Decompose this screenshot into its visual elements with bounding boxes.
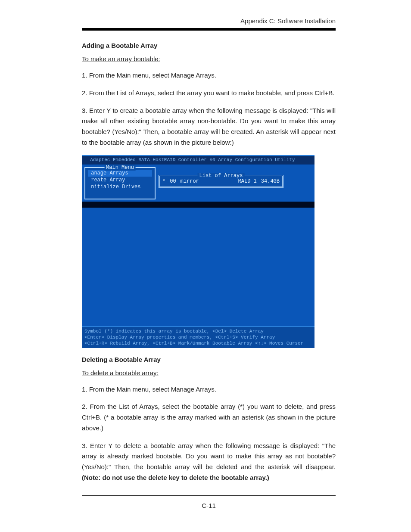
adding-step-2: 2. From the List of Arrays, select the a… bbox=[82, 88, 336, 99]
footer-rule bbox=[82, 495, 336, 496]
section-intro-adding: To make an array bootable: bbox=[82, 55, 336, 62]
bios-main-menu-title: Main Menu bbox=[104, 165, 136, 171]
bios-menu-item-manage-arrays[interactable]: anage Arrays bbox=[88, 170, 152, 177]
section-intro-deleting: To delete a bootable array: bbox=[82, 369, 336, 376]
bios-footer-line-1: Symbol (*) indicates this array is boota… bbox=[84, 328, 312, 334]
bios-array-raid: RAID 1 bbox=[238, 178, 257, 185]
bios-list-of-arrays-title: List of Arrays bbox=[198, 173, 245, 179]
bios-menu-item-create-array[interactable]: reate Array bbox=[88, 177, 152, 184]
bios-footer: Symbol (*) indicates this array is boota… bbox=[82, 326, 314, 348]
deleting-step-3: 3. Enter Y to delete a bootable array wh… bbox=[82, 441, 336, 483]
adding-step-1: 1. From the Main menu, select Manage Arr… bbox=[82, 70, 336, 81]
bios-array-row[interactable]: * 00 mirror RAID 1 34.4GB bbox=[162, 178, 280, 185]
bios-list-of-arrays-panel: List of Arrays * 00 mirror RAID 1 34.4GB bbox=[159, 175, 283, 188]
bios-array-id: 00 bbox=[170, 178, 176, 185]
bios-screenshot: — Adaptec Embedded SATA HostRAID Control… bbox=[82, 155, 314, 348]
bios-title-bar: — Adaptec Embedded SATA HostRAID Control… bbox=[82, 155, 314, 165]
bios-footer-line-3: <Ctrl+R> Rebuild Array, <Ctrl+B> Mark/Un… bbox=[84, 340, 312, 346]
bios-main-menu-panel: Main Menu anage Arrays reate Array nitia… bbox=[84, 167, 156, 199]
deleting-step-2: 2. From the List of Arrays, select the b… bbox=[82, 401, 336, 433]
bios-footer-line-2: <Enter> Display Array properties and mem… bbox=[84, 334, 312, 340]
document-page: Appendix C: Software Installation Adding… bbox=[0, 0, 411, 532]
bios-array-size: 34.4GB bbox=[261, 178, 280, 185]
bios-array-name: mirror bbox=[181, 178, 234, 185]
adding-step-3: 3. Enter Y to create a bootable array wh… bbox=[82, 106, 336, 148]
bios-separator-strip bbox=[82, 202, 314, 208]
bios-menu-item-initialize-drives[interactable]: nitialize Drives bbox=[88, 184, 152, 190]
page-number: C-11 bbox=[82, 502, 336, 509]
bios-array-marker: * bbox=[162, 178, 165, 185]
header-rule-thin bbox=[82, 30, 336, 31]
bios-body: Main Menu anage Arrays reate Array nitia… bbox=[82, 165, 314, 326]
page-header: Appendix C: Software Installation bbox=[82, 17, 336, 27]
deleting-step-1: 1. From the Main menu, select Manage Arr… bbox=[82, 384, 336, 395]
header-rule-thick bbox=[82, 28, 336, 30]
deleting-step-3-note: (Note: do not use the delete key to dele… bbox=[82, 474, 269, 481]
section-heading-deleting: Deleting a Bootable Array bbox=[82, 356, 336, 363]
deleting-step-3-text: 3. Enter Y to delete a bootable array wh… bbox=[82, 442, 336, 471]
section-heading-adding: Adding a Bootable Array bbox=[82, 42, 336, 49]
